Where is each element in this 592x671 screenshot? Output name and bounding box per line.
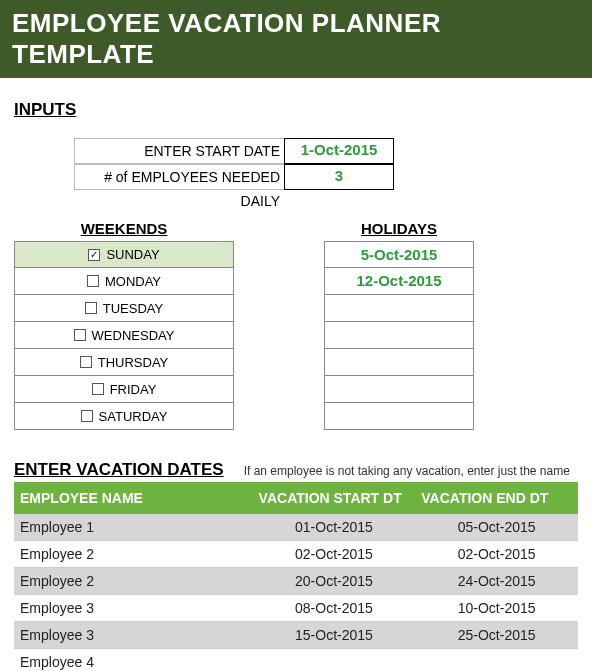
vacation-start-cell[interactable]: 08-Oct-2015 — [253, 595, 416, 622]
inputs-form: ENTER START DATE 1-Oct-2015 # of EMPLOYE… — [74, 138, 578, 190]
table-row: Employee 315-Oct-201525-Oct-2015 — [14, 622, 578, 649]
vacation-end-cell[interactable]: 10-Oct-2015 — [415, 595, 578, 622]
table-row: Employee 101-Oct-201505-Oct-2015 — [14, 514, 578, 541]
col-employee-name: EMPLOYEE NAME — [14, 482, 253, 514]
weekends-column: WEEKENDS ✓SUNDAYMONDAYTUESDAYWEDNESDAYTH… — [14, 220, 234, 430]
weekends-header: WEEKENDS — [14, 220, 234, 241]
weekend-label: TUESDAY — [103, 301, 163, 316]
employee-name-cell[interactable]: Employee 3 — [14, 595, 253, 622]
holidays-list: 5-Oct-201512-Oct-2015 — [324, 241, 474, 430]
table-row: Employee 4 — [14, 649, 578, 672]
weekend-label: WEDNESDAY — [92, 328, 175, 343]
vacation-start-cell[interactable]: 15-Oct-2015 — [253, 622, 416, 649]
start-date-label: ENTER START DATE — [74, 138, 284, 164]
employee-name-cell[interactable]: Employee 1 — [14, 514, 253, 541]
table-row: Employee 202-Oct-201502-Oct-2015 — [14, 541, 578, 568]
vacation-end-cell[interactable]: 05-Oct-2015 — [415, 514, 578, 541]
vacation-start-cell[interactable]: 20-Oct-2015 — [253, 568, 416, 595]
vacation-end-cell[interactable]: 24-Oct-2015 — [415, 568, 578, 595]
vacation-start-cell[interactable] — [253, 649, 416, 672]
vacation-end-cell[interactable] — [415, 649, 578, 672]
col-vacation-end: VACATION END DT — [415, 482, 578, 514]
weekend-label: THURSDAY — [98, 355, 169, 370]
weekend-label: SATURDAY — [99, 409, 168, 424]
holiday-cell[interactable] — [324, 349, 474, 376]
weekend-option-tuesday[interactable]: TUESDAY — [14, 295, 234, 322]
vacation-start-cell[interactable]: 01-Oct-2015 — [253, 514, 416, 541]
checkbox-icon[interactable]: ✓ — [88, 249, 100, 261]
page-title: EMPLOYEE VACATION PLANNER TEMPLATE — [12, 8, 441, 69]
weekends-list: ✓SUNDAYMONDAYTUESDAYWEDNESDAYTHURSDAYFRI… — [14, 241, 234, 430]
checkbox-icon[interactable] — [74, 329, 86, 341]
weekend-option-monday[interactable]: MONDAY — [14, 268, 234, 295]
start-date-input[interactable]: 1-Oct-2015 — [284, 138, 394, 164]
holiday-cell[interactable]: 5-Oct-2015 — [324, 241, 474, 268]
weekend-option-friday[interactable]: FRIDAY — [14, 376, 234, 403]
employees-needed-input[interactable]: 3 — [284, 164, 394, 190]
weekend-option-thursday[interactable]: THURSDAY — [14, 349, 234, 376]
weekend-label: MONDAY — [105, 274, 161, 289]
checkbox-icon[interactable] — [81, 410, 93, 422]
vacation-helper-text: If an employee is not taking any vacatio… — [244, 464, 570, 478]
checkbox-icon[interactable] — [85, 302, 97, 314]
weekend-option-sunday[interactable]: ✓SUNDAY — [14, 241, 234, 268]
vacation-end-cell[interactable]: 02-Oct-2015 — [415, 541, 578, 568]
col-vacation-start: VACATION START DT — [253, 482, 416, 514]
holidays-header: HOLIDAYS — [324, 220, 474, 241]
employee-name-cell[interactable]: Employee 2 — [14, 568, 253, 595]
checkbox-icon[interactable] — [92, 383, 104, 395]
holiday-cell[interactable] — [324, 295, 474, 322]
employee-name-cell[interactable]: Employee 3 — [14, 622, 253, 649]
holidays-column: HOLIDAYS 5-Oct-201512-Oct-2015 — [324, 220, 474, 430]
vacation-end-cell[interactable]: 25-Oct-2015 — [415, 622, 578, 649]
holiday-cell[interactable] — [324, 403, 474, 430]
table-row: Employee 308-Oct-201510-Oct-2015 — [14, 595, 578, 622]
vacation-heading: ENTER VACATION DATES — [14, 460, 224, 480]
inputs-heading: INPUTS — [14, 100, 578, 120]
holiday-cell[interactable] — [324, 376, 474, 403]
holiday-cell[interactable]: 12-Oct-2015 — [324, 268, 474, 295]
checkbox-icon[interactable] — [80, 356, 92, 368]
weekend-label: FRIDAY — [110, 382, 157, 397]
employee-name-cell[interactable]: Employee 2 — [14, 541, 253, 568]
weekend-option-saturday[interactable]: SATURDAY — [14, 403, 234, 430]
holiday-cell[interactable] — [324, 322, 474, 349]
table-row: Employee 220-Oct-201524-Oct-2015 — [14, 568, 578, 595]
employee-name-cell[interactable]: Employee 4 — [14, 649, 253, 672]
page-title-bar: EMPLOYEE VACATION PLANNER TEMPLATE — [0, 0, 592, 78]
vacation-table: EMPLOYEE NAME VACATION START DT VACATION… — [14, 482, 578, 671]
weekend-label: SUNDAY — [106, 247, 159, 262]
checkbox-icon[interactable] — [87, 275, 99, 287]
vacation-start-cell[interactable]: 02-Oct-2015 — [253, 541, 416, 568]
employees-needed-label: # of EMPLOYEES NEEDED DAILY — [74, 164, 284, 190]
weekend-option-wednesday[interactable]: WEDNESDAY — [14, 322, 234, 349]
